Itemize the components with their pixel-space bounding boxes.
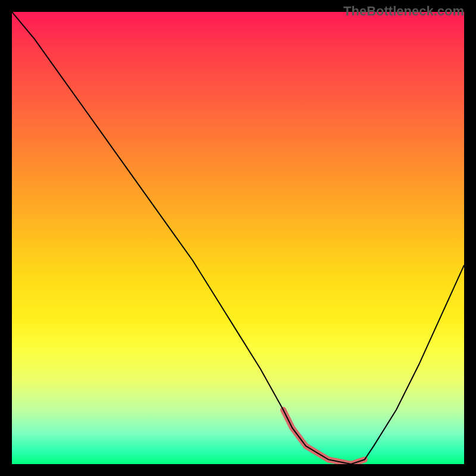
chart-svg <box>12 12 464 464</box>
optimal-range-highlight <box>283 410 365 464</box>
watermark-text: TheBottleneck.com <box>343 4 464 19</box>
chart-plot-area <box>12 12 464 464</box>
bottleneck-curve <box>12 12 464 464</box>
